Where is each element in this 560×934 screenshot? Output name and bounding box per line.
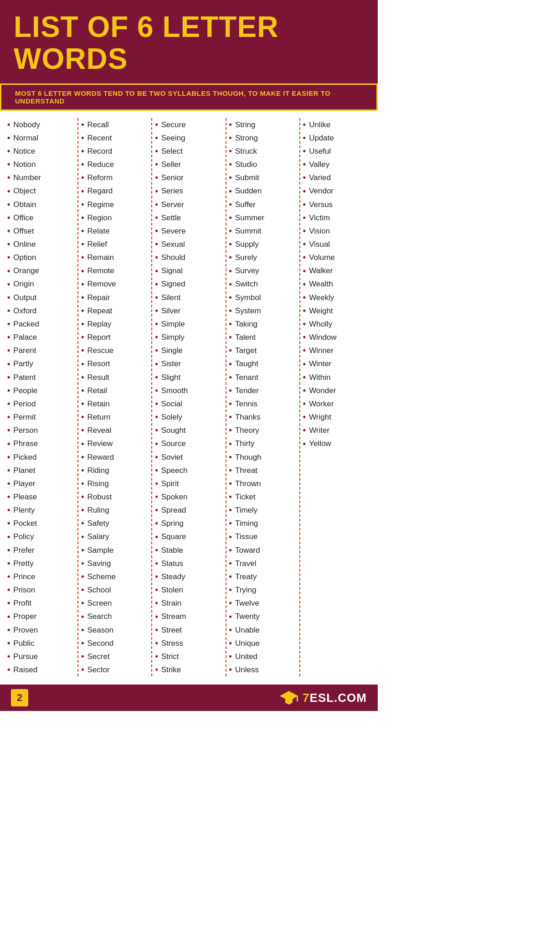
word-item: Vision [303, 224, 370, 238]
word-item: Normal [7, 131, 75, 145]
word-item: Reduce [81, 158, 149, 171]
word-item: Silver [155, 304, 222, 317]
word-item: Stream [155, 610, 222, 623]
word-item: Reform [81, 171, 149, 184]
subtitle-bar: MOST 6 LETTER WORDS TEND TO BE TWO SYLLA… [0, 83, 378, 111]
word-item: String [229, 118, 297, 131]
word-item: Server [155, 198, 222, 211]
word-item: Review [81, 437, 149, 451]
word-item: Social [155, 397, 222, 410]
word-item: Smooth [155, 384, 222, 397]
logo-area: 7ESL.COM [280, 690, 367, 706]
word-item: Repair [81, 291, 149, 304]
word-item: Spread [155, 503, 222, 517]
word-item: Select [155, 145, 222, 158]
word-item: Silent [155, 291, 222, 304]
word-item: Parent [7, 344, 75, 357]
word-item: Taking [229, 317, 297, 331]
word-item: Within [303, 371, 370, 384]
logo-text: 7ESL.COM [303, 691, 367, 705]
word-item: Strong [229, 131, 297, 145]
word-item: Second [81, 637, 149, 650]
word-item: Strike [155, 663, 222, 676]
word-item: Thirty [229, 437, 297, 451]
word-item: Reward [81, 451, 149, 464]
word-item: Offset [7, 224, 75, 238]
word-item: Suffer [229, 198, 297, 211]
word-item: Secret [81, 650, 149, 663]
word-item: System [229, 304, 297, 317]
logo-icon [280, 690, 298, 706]
word-item: Period [7, 397, 75, 410]
word-item: Sample [81, 544, 149, 557]
word-item: Ruling [81, 503, 149, 517]
word-item: Severe [155, 224, 222, 238]
word-item: Patent [7, 371, 75, 384]
word-item: Walker [303, 265, 370, 278]
word-item: Square [155, 530, 222, 544]
word-item: Relief [81, 238, 149, 251]
word-item: Symbol [229, 291, 297, 304]
word-item: Talent [229, 331, 297, 344]
word-item: Useful [303, 145, 370, 158]
word-item: Obtain [7, 198, 75, 211]
word-item: Object [7, 185, 75, 198]
word-item: Strain [155, 597, 222, 610]
subtitle-text: MOST 6 LETTER WORDS TEND TO BE TWO SYLLA… [15, 89, 363, 105]
word-item: Retain [81, 397, 149, 410]
word-item: Notion [7, 158, 75, 171]
word-item: Single [155, 344, 222, 357]
word-item: Picked [7, 451, 75, 464]
word-item: Simple [155, 317, 222, 331]
word-item: Timely [229, 503, 297, 517]
word-item: Sought [155, 424, 222, 437]
word-item: Online [7, 238, 75, 251]
word-item: Season [81, 623, 149, 637]
word-item: Volume [303, 251, 370, 264]
word-item: Strict [155, 650, 222, 663]
word-item: Packed [7, 317, 75, 331]
word-item: Survey [229, 265, 297, 278]
word-item: Taught [229, 358, 297, 371]
word-item: Notice [7, 145, 75, 158]
word-item: Thanks [229, 410, 297, 424]
word-item: Twenty [229, 610, 297, 623]
word-item: Seller [155, 158, 222, 171]
word-item: Wholly [303, 317, 370, 331]
word-item: Weekly [303, 291, 370, 304]
word-item: Tender [229, 384, 297, 397]
word-item: Saving [81, 557, 149, 570]
word-item: Yellow [303, 437, 370, 451]
word-item: Soviet [155, 451, 222, 464]
word-item: Proper [7, 610, 75, 623]
word-item: Screen [81, 597, 149, 610]
word-item: Partly [7, 358, 75, 371]
word-item: Victim [303, 211, 370, 224]
word-column-1: NobodyNormalNoticeNotionNumberObjectObta… [5, 118, 78, 677]
word-item: Spoken [155, 490, 222, 503]
word-item: Orange [7, 265, 75, 278]
word-item: Reveal [81, 424, 149, 437]
word-item: Studio [229, 158, 297, 171]
word-item: Pretty [7, 557, 75, 570]
word-item: Travel [229, 557, 297, 570]
word-item: Tennis [229, 397, 297, 410]
word-item: Update [303, 131, 370, 145]
word-item: Timing [229, 517, 297, 530]
word-item: Winner [303, 344, 370, 357]
word-item: Varied [303, 171, 370, 184]
word-item: Surely [229, 251, 297, 264]
word-item: Seeing [155, 131, 222, 145]
word-item: Trying [229, 583, 297, 597]
word-item: Vendor [303, 185, 370, 198]
word-item: Settle [155, 211, 222, 224]
word-item: Office [7, 211, 75, 224]
word-item: Unlike [303, 118, 370, 131]
word-item: Please [7, 490, 75, 503]
word-item: Spirit [155, 477, 222, 490]
word-item: Stable [155, 544, 222, 557]
word-item: Ticket [229, 490, 297, 503]
word-item: Tenant [229, 371, 297, 384]
word-item: Status [155, 557, 222, 570]
word-item: Return [81, 410, 149, 424]
